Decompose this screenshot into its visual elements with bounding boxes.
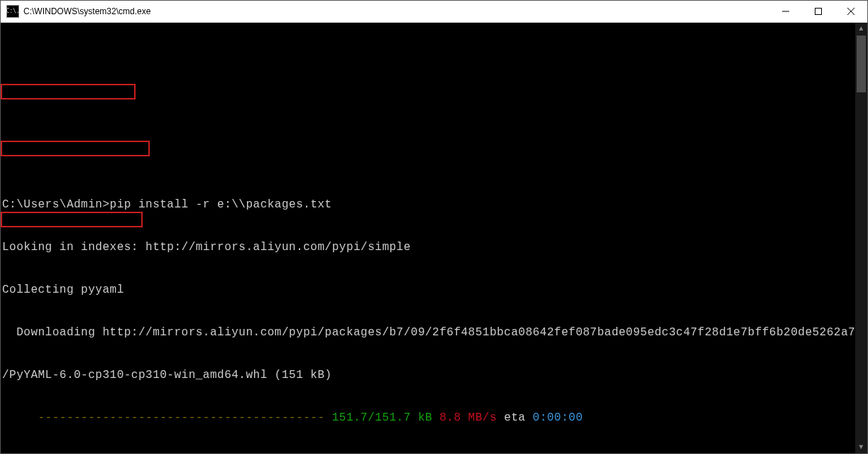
progress-size: 151.7/151.7 kB bbox=[332, 411, 440, 424]
terminal-content: C:\Users\Admin>pip install -r e:\\packag… bbox=[1, 51, 867, 453]
collecting-pyyaml: Collecting pyyaml bbox=[2, 283, 866, 297]
progress-dash: ---------------------------------------- bbox=[2, 411, 332, 424]
vertical-scrollbar[interactable]: ▲ ▼ bbox=[855, 23, 867, 453]
cmd-window: C:\. C:\WINDOWS\system32\cmd.exe C:\User… bbox=[0, 0, 868, 454]
prompt-path: C:\Users\Admin> bbox=[2, 198, 110, 211]
progress-speed: 8.8 MB/s bbox=[439, 411, 504, 424]
terminal-line: /PyYAML-6.0-cp310-cp310-win_amd64.whl (1… bbox=[2, 368, 866, 382]
progress-eta: 0:00:00 bbox=[533, 411, 583, 424]
terminal-line: Looking in indexes: http://mirrors.aliyu… bbox=[2, 240, 866, 254]
progress-eta-label: eta bbox=[504, 411, 532, 424]
terminal-line: Downloading http://mirrors.aliyun.com/py… bbox=[2, 325, 866, 340]
cmd-icon: C:\. bbox=[6, 5, 19, 18]
terminal-line bbox=[2, 155, 866, 169]
close-icon bbox=[847, 8, 855, 15]
scrollbar-thumb[interactable] bbox=[857, 36, 866, 92]
window-title: C:\WINDOWS\system32\cmd.exe bbox=[23, 6, 150, 16]
scroll-up-icon[interactable]: ▲ bbox=[855, 23, 867, 35]
terminal-area[interactable]: C:\Users\Admin>pip install -r e:\\packag… bbox=[1, 23, 867, 453]
minimize-icon bbox=[782, 8, 789, 15]
prompt-line: C:\Users\Admin>pip install -r e:\\packag… bbox=[2, 198, 866, 212]
svg-rect-1 bbox=[815, 9, 822, 15]
close-button[interactable] bbox=[835, 1, 867, 22]
prompt-command: pip install -r e:\\packages.txt bbox=[110, 198, 332, 211]
maximize-button[interactable] bbox=[802, 1, 835, 22]
highlight-pyyaml bbox=[1, 84, 136, 99]
maximize-icon bbox=[815, 8, 822, 15]
minimize-button[interactable] bbox=[769, 1, 802, 22]
highlight-requests bbox=[1, 212, 143, 227]
titlebar[interactable]: C:\. C:\WINDOWS\system32\cmd.exe bbox=[1, 1, 867, 23]
scroll-down-icon[interactable]: ▼ bbox=[855, 441, 867, 453]
cmd-icon-label: C:\. bbox=[6, 9, 19, 14]
highlight-pyautogui bbox=[1, 141, 150, 156]
progress-line: ----------------------------------------… bbox=[2, 411, 866, 425]
